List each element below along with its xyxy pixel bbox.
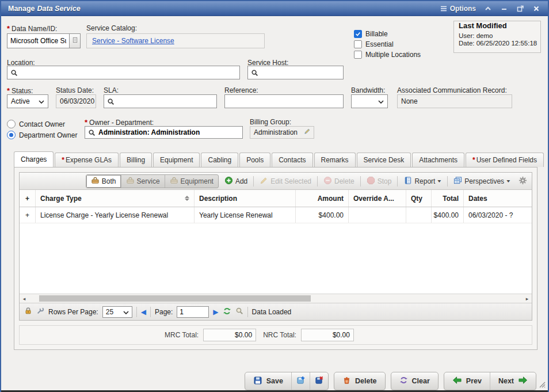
popout-button[interactable] bbox=[513, 3, 527, 14]
last-modified-title: Last Modified bbox=[459, 21, 536, 30]
save-and-close-button[interactable] bbox=[310, 372, 328, 390]
prev-page-arrow[interactable]: ◀ bbox=[141, 308, 146, 316]
scroll-left-arrow[interactable]: ◂ bbox=[20, 294, 29, 303]
collapse-icon bbox=[484, 5, 492, 13]
perspectives-button[interactable]: Perspectives ▼ bbox=[451, 175, 513, 188]
toolbar-separator bbox=[397, 176, 398, 187]
tab-expense-glas[interactable]: *Expense GLAs bbox=[55, 153, 119, 167]
next-page-arrow[interactable]: ▶ bbox=[213, 308, 218, 316]
delete-button[interactable]: Delete bbox=[334, 372, 385, 390]
row-qty bbox=[406, 207, 432, 223]
scroll-right-arrow[interactable]: ▸ bbox=[523, 294, 532, 303]
service-host-input[interactable] bbox=[258, 66, 343, 79]
toolbar-separator bbox=[360, 176, 361, 187]
edit-selected-button[interactable]: Edit Selected bbox=[257, 175, 314, 188]
filter-equipment-button[interactable]: Equipment bbox=[165, 175, 218, 188]
essential-checkbox[interactable] bbox=[354, 40, 362, 48]
options-button[interactable]: Options bbox=[437, 3, 479, 14]
add-button[interactable]: Add bbox=[222, 175, 250, 188]
close-button[interactable] bbox=[529, 3, 543, 14]
billing-group-value: Administration bbox=[254, 128, 298, 136]
billable-checkbox[interactable] bbox=[354, 30, 362, 38]
charges-tab-content: Both Service Equipment Add bbox=[14, 167, 537, 350]
next-button[interactable]: Next bbox=[490, 372, 536, 390]
required-marker: * bbox=[62, 156, 64, 164]
status-date-label: Status Date: bbox=[56, 86, 94, 94]
reference-input[interactable] bbox=[225, 95, 343, 108]
search-icon[interactable] bbox=[235, 307, 243, 317]
tab-user-defined-fields[interactable]: *User Defined Fields bbox=[466, 153, 544, 167]
save-close-icon bbox=[315, 376, 323, 386]
multiple-locations-checkbox[interactable] bbox=[354, 51, 362, 59]
location-input[interactable] bbox=[18, 66, 239, 79]
wrench-icon[interactable] bbox=[36, 307, 44, 317]
header-expander: + bbox=[20, 190, 36, 207]
bandwidth-select[interactable] bbox=[351, 94, 388, 108]
table-row[interactable]: + License Charge - Yearly License Renewa… bbox=[20, 207, 532, 223]
essential-checkbox-row: Essential bbox=[354, 40, 394, 48]
add-plus-icon bbox=[224, 176, 233, 187]
minimize-button[interactable] bbox=[497, 3, 511, 14]
clear-button[interactable]: Clear bbox=[391, 372, 438, 390]
header-qty[interactable]: Qty bbox=[406, 190, 432, 207]
tab-charges[interactable]: Charges bbox=[14, 151, 54, 167]
prev-button[interactable]: Prev bbox=[444, 372, 490, 390]
owner-department-input[interactable] bbox=[96, 127, 242, 138]
scrollbar-thumb[interactable] bbox=[39, 295, 311, 302]
toolbox-icon bbox=[91, 176, 100, 187]
save-and-new-button[interactable] bbox=[292, 372, 310, 390]
resize-grip-icon[interactable] bbox=[537, 380, 546, 390]
billing-group-field: Administration bbox=[250, 126, 314, 139]
row-expander[interactable]: + bbox=[20, 207, 36, 223]
prev-next-button-group: Prev Next bbox=[444, 372, 536, 390]
save-button[interactable]: Save bbox=[245, 372, 292, 390]
status-select[interactable]: Active bbox=[7, 94, 48, 108]
tab-billing[interactable]: Billing bbox=[120, 153, 152, 167]
department-owner-radio[interactable] bbox=[7, 131, 16, 139]
header-amount[interactable]: Amount bbox=[296, 190, 349, 207]
row-charge-type: License Charge - Yearly License Renewal bbox=[36, 207, 195, 223]
header-charge-type[interactable]: Charge Type bbox=[36, 190, 195, 207]
tab-attachments[interactable]: Attachments bbox=[412, 153, 464, 167]
tab-service-desk[interactable]: Service Desk bbox=[357, 153, 411, 167]
service-catalog-link[interactable]: Service - Software License bbox=[92, 37, 174, 45]
report-button[interactable]: Report ▼ bbox=[401, 175, 444, 188]
tab-equipment[interactable]: Equipment bbox=[153, 153, 200, 167]
header-dates[interactable]: Dates bbox=[464, 190, 532, 207]
rows-per-page-select[interactable]: 25 bbox=[102, 306, 132, 318]
filter-both-button[interactable]: Both bbox=[86, 175, 121, 188]
tab-contacts[interactable]: Contacts bbox=[272, 153, 312, 167]
chevron-down-icon bbox=[378, 97, 384, 105]
lock-icon[interactable] bbox=[24, 307, 32, 317]
tab-pools[interactable]: Pools bbox=[239, 153, 270, 167]
status-value: Active bbox=[11, 97, 30, 105]
scrollbar-track[interactable] bbox=[29, 294, 523, 303]
contact-owner-label: Contact Owner bbox=[19, 120, 65, 128]
gear-icon[interactable] bbox=[518, 176, 527, 187]
tab-cabling[interactable]: Cabling bbox=[201, 153, 238, 167]
mrc-total-value: $0.00 bbox=[203, 329, 256, 341]
contact-owner-radio[interactable] bbox=[7, 120, 16, 128]
header-total[interactable]: Total bbox=[432, 190, 464, 207]
page-input[interactable] bbox=[177, 306, 209, 318]
filter-service-button[interactable]: Service bbox=[121, 175, 165, 188]
delete-charge-button[interactable]: Delete bbox=[321, 175, 357, 188]
stop-button[interactable]: Stop bbox=[364, 175, 394, 188]
search-icon bbox=[88, 129, 96, 136]
tab-remarks[interactable]: Remarks bbox=[314, 153, 356, 167]
sla-input[interactable] bbox=[115, 95, 216, 108]
header-description[interactable]: Description bbox=[195, 190, 296, 207]
pagination-bar: Rows Per Page: 25 ◀ Page: ▶ Data Loaded bbox=[20, 303, 532, 320]
data-name-action-button[interactable] bbox=[69, 33, 81, 48]
header-override-amount[interactable]: Override A... bbox=[349, 190, 406, 207]
department-owner-radio-row: Department Owner bbox=[7, 131, 77, 139]
grid-toolbar: Both Service Equipment Add bbox=[20, 173, 532, 190]
data-name-input[interactable] bbox=[7, 33, 69, 48]
last-modified-date: Date: 06/25/2020 12:55:18 bbox=[459, 40, 536, 47]
edit-pencil-icon[interactable] bbox=[304, 128, 310, 136]
collapse-button[interactable] bbox=[481, 3, 495, 14]
rows-per-page-label: Rows Per Page: bbox=[48, 308, 98, 316]
refresh-icon[interactable] bbox=[223, 307, 231, 317]
chevron-down-icon: ▼ bbox=[437, 179, 443, 183]
sla-field bbox=[104, 94, 217, 108]
